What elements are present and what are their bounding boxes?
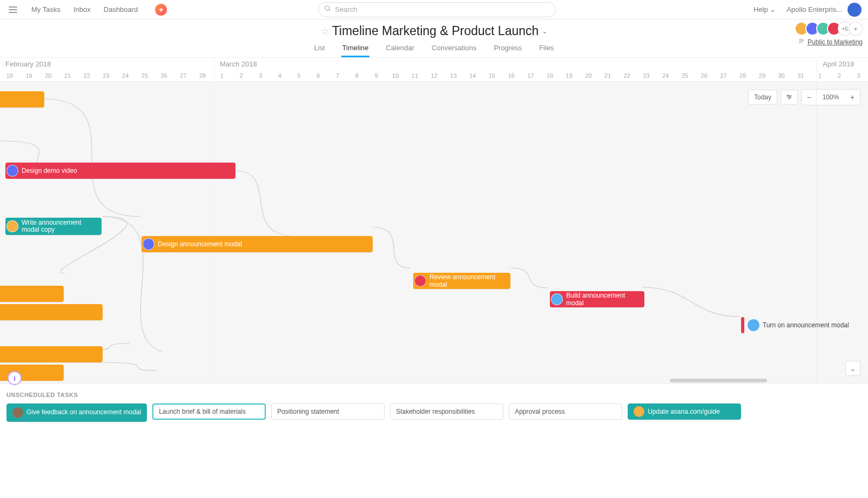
nav-my-tasks[interactable]: My Tasks: [31, 5, 60, 14]
card-label: Positioning statement: [277, 408, 339, 415]
assignee-avatar: [12, 407, 23, 418]
task-label: Review announcement modal: [429, 273, 507, 288]
project-dropdown-icon[interactable]: ⌄: [542, 27, 548, 35]
unscheduled-card-update-guide[interactable]: Update asana.com/guide: [628, 403, 741, 420]
unscheduled-card-positioning[interactable]: Positioning statement: [271, 403, 385, 420]
task-turn-on-modal[interactable]: Turn on announcement modal: [741, 317, 849, 333]
day-label: 24: [656, 72, 675, 79]
task-bar[interactable]: [0, 304, 103, 320]
day-label: 15: [482, 72, 502, 79]
favorite-star-icon[interactable]: ☆: [320, 25, 329, 37]
assignee-avatar: [748, 319, 759, 331]
info-badge[interactable]: i: [8, 371, 22, 385]
card-label: Give feedback on announcement modal: [26, 409, 141, 416]
task-label: Design announcement modal: [158, 240, 242, 248]
unscheduled-card-brief[interactable]: Launch brief & bill of materials: [152, 403, 266, 420]
day-label: 2: [232, 72, 251, 79]
day-label: 1: [212, 72, 232, 79]
assignee-avatar: [634, 406, 644, 417]
help-menu[interactable]: Help ⌄: [753, 5, 776, 14]
workspace-menu[interactable]: Apollo Enterpris...: [786, 5, 842, 14]
day-label: 9: [367, 72, 386, 79]
day-label: 19: [560, 72, 579, 79]
task-bar-design-modal[interactable]: Design announcement modal: [142, 236, 373, 252]
global-search[interactable]: Search: [318, 2, 556, 17]
project-title[interactable]: Timeline Marketing & Product Launch: [332, 24, 539, 38]
tab-files[interactable]: Files: [538, 42, 555, 57]
task-label: Build announcement modal: [566, 292, 641, 307]
day-label: 12: [425, 72, 444, 79]
tab-calendar[interactable]: Calendar: [385, 42, 415, 57]
day-label: 22: [617, 72, 637, 79]
horizontal-scrollbar[interactable]: [670, 379, 767, 382]
day-label: 27: [173, 72, 193, 79]
dependency-lines: [0, 82, 868, 383]
assignee-avatar: [551, 293, 563, 305]
zoom-out-button[interactable]: −: [802, 90, 817, 105]
unscheduled-title: UNSCHEDULED TASKS: [6, 392, 862, 398]
day-label: 3: [849, 72, 868, 79]
zoom-level: 100%: [817, 90, 845, 105]
expand-down-button[interactable]: ⌄: [845, 361, 860, 376]
day-label: 26: [695, 72, 714, 79]
day-label: 25: [135, 72, 154, 79]
add-member-button[interactable]: +: [849, 22, 863, 36]
task-label: Design demo video: [22, 167, 77, 174]
day-label: 25: [675, 72, 695, 79]
search-placeholder: Search: [335, 5, 357, 14]
day-label: 10: [386, 72, 405, 79]
day-label: 14: [463, 72, 482, 79]
day-label: 16: [502, 72, 521, 79]
assignee-avatar: [6, 165, 18, 177]
task-bar[interactable]: [0, 91, 44, 107]
day-label: 29: [752, 72, 772, 79]
tab-conversations[interactable]: Conversations: [430, 42, 477, 57]
global-add-button[interactable]: +: [155, 4, 167, 16]
timeline-canvas[interactable]: Today − 100% + Design demo video Write a…: [0, 82, 868, 384]
svg-point-3: [802, 39, 804, 41]
search-icon: [324, 5, 332, 14]
task-bar-review-modal[interactable]: Review announcement modal: [413, 273, 510, 289]
svg-point-8: [790, 97, 791, 98]
today-button[interactable]: Today: [748, 90, 777, 105]
day-label: 18: [540, 72, 560, 79]
zoom-in-button[interactable]: +: [845, 90, 860, 105]
day-label: 11: [405, 72, 425, 79]
user-avatar[interactable]: [847, 3, 862, 17]
tab-timeline[interactable]: Timeline: [341, 42, 370, 57]
nav-dashboard[interactable]: Dashboard: [104, 5, 138, 14]
task-bar[interactable]: [0, 346, 103, 362]
day-label: 30: [772, 72, 791, 79]
unscheduled-card-approval[interactable]: Approval process: [509, 403, 622, 420]
nav-inbox[interactable]: Inbox: [73, 5, 91, 14]
task-bar-write-copy[interactable]: Write announcement modal copy: [5, 218, 102, 235]
timeline-ruler: February 2018 March 2018 April 2018 1819…: [0, 58, 868, 82]
day-label: 22: [77, 72, 97, 79]
svg-point-2: [799, 39, 802, 41]
card-label: Stakeholder responsibilities: [396, 408, 475, 415]
day-label: 21: [598, 72, 617, 79]
task-bar[interactable]: [0, 286, 64, 302]
task-label: Turn on announcement modal: [763, 321, 849, 329]
unscheduled-card-feedback[interactable]: Give feedback on announcement modal: [6, 403, 147, 422]
day-label: 27: [714, 72, 734, 79]
day-label: 2: [830, 72, 849, 79]
day-label: 6: [309, 72, 328, 79]
day-label: 17: [521, 72, 540, 79]
day-label: 20: [579, 72, 598, 79]
day-label: 8: [347, 72, 367, 79]
day-label: 1: [810, 72, 830, 79]
assignee-avatar: [6, 220, 18, 232]
assignee-avatar: [414, 275, 426, 287]
tab-list[interactable]: List: [313, 42, 326, 57]
filter-button[interactable]: [780, 90, 798, 105]
task-bar-tiny: [741, 317, 744, 333]
unscheduled-card-stakeholders[interactable]: Stakeholder responsibilities: [390, 403, 503, 420]
visibility-link[interactable]: Public to Marketing: [808, 38, 863, 46]
tab-progress[interactable]: Progress: [493, 42, 523, 57]
chevron-down-icon: ⌄: [770, 5, 776, 14]
hamburger-menu[interactable]: [9, 4, 21, 16]
task-bar-design-demo[interactable]: Design demo video: [5, 163, 235, 179]
task-bar-build-modal[interactable]: Build announcement modal: [550, 291, 644, 307]
task-label: Write announcement modal copy: [22, 219, 98, 233]
